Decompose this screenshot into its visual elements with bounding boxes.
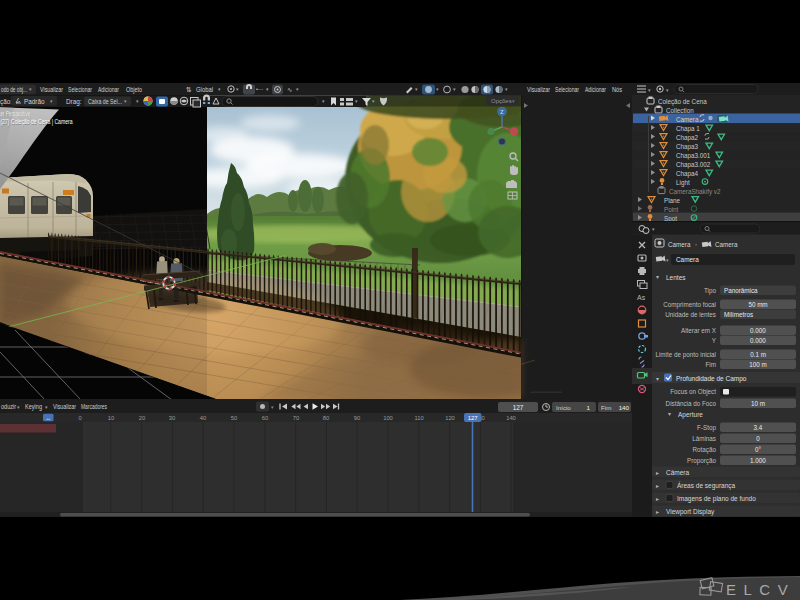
- svg-text:Visualizar: Visualizar: [527, 86, 551, 93]
- svg-text:▾: ▾: [656, 376, 659, 382]
- svg-text:∿: ∿: [287, 86, 292, 93]
- svg-text:Fim: Fim: [601, 404, 611, 411]
- svg-text:Chapa3.002: Chapa3.002: [676, 161, 711, 169]
- svg-text:↔: ↔: [45, 415, 51, 421]
- svg-text:127: 127: [513, 404, 524, 411]
- svg-text:Point: Point: [664, 206, 679, 213]
- svg-text:(27) Coleção de Cena | Camera: (27) Coleção de Cena | Camera: [1, 118, 73, 126]
- svg-text:Distância do Foco: Distância do Foco: [666, 400, 717, 407]
- svg-text:Panorâmica: Panorâmica: [724, 287, 758, 294]
- svg-text:•⋯: •⋯: [256, 86, 263, 92]
- svg-text:90: 90: [354, 415, 360, 421]
- svg-text:▾: ▾: [668, 411, 671, 417]
- svg-text:Selecionar: Selecionar: [555, 86, 580, 93]
- svg-text:0.1 m: 0.1 m: [750, 351, 766, 358]
- svg-text:▸: ▸: [656, 509, 659, 515]
- svg-text:Chapa 1: Chapa 1: [676, 125, 700, 133]
- svg-text:Coleção de Cena: Coleção de Cena: [658, 98, 707, 106]
- svg-text:Rotação: Rotação: [693, 446, 717, 454]
- svg-text:Proporção: Proporção: [687, 457, 717, 465]
- svg-text:10: 10: [108, 415, 114, 421]
- svg-text:▾: ▾: [656, 274, 659, 280]
- svg-text:70: 70: [293, 415, 299, 421]
- svg-text:Collection: Collection: [666, 107, 694, 114]
- svg-text:Caixa de Sel...: Caixa de Sel...: [88, 98, 122, 105]
- svg-text:0: 0: [756, 435, 760, 442]
- svg-text:80: 80: [323, 415, 329, 421]
- svg-text:Camera: Camera: [676, 116, 699, 123]
- svg-text:Viewport Display: Viewport Display: [666, 508, 715, 516]
- svg-text:Comprimento focal: Comprimento focal: [663, 301, 716, 309]
- svg-text:Objeto: Objeto: [126, 86, 142, 94]
- svg-text:Tipo: Tipo: [704, 287, 717, 295]
- svg-text:Padrão: Padrão: [24, 98, 45, 105]
- svg-text:Áreas de segurança: Áreas de segurança: [677, 481, 736, 490]
- svg-text:1.000: 1.000: [750, 457, 766, 464]
- svg-text:Nós: Nós: [612, 86, 622, 93]
- svg-text:40: 40: [200, 415, 206, 421]
- svg-text:ELCV: ELCV: [726, 581, 795, 598]
- svg-text:Câmera: Câmera: [666, 469, 690, 476]
- svg-text:Profundidade de Campo: Profundidade de Campo: [676, 375, 747, 383]
- svg-text:50: 50: [231, 415, 237, 421]
- svg-text:Global: Global: [196, 86, 213, 93]
- svg-text:Milímetros: Milímetros: [724, 311, 753, 318]
- svg-text:140: 140: [619, 404, 630, 411]
- svg-text:0.000: 0.000: [750, 327, 766, 334]
- svg-text:Limite de ponto inicial: Limite de ponto inicial: [655, 351, 716, 359]
- svg-text:odo de obj...: odo de obj...: [1, 86, 27, 94]
- svg-text:▸: ▸: [656, 470, 659, 476]
- svg-text:ção:: ção:: [0, 98, 12, 106]
- svg-text:0.000: 0.000: [750, 337, 766, 344]
- svg-text:Imagens de plano de fundo: Imagens de plano de fundo: [677, 495, 756, 503]
- svg-text:Chapa2: Chapa2: [676, 134, 699, 142]
- svg-text:Alterar em X: Alterar em X: [681, 327, 717, 334]
- svg-text:110: 110: [414, 415, 423, 421]
- svg-text:CameraShakify v2: CameraShakify v2: [669, 188, 721, 196]
- svg-text:er Perspective: er Perspective: [1, 110, 31, 118]
- svg-text:›: ›: [695, 241, 697, 247]
- svg-text:50 mm: 50 mm: [748, 301, 767, 308]
- svg-text:Light: Light: [676, 179, 690, 187]
- svg-text:Plane: Plane: [664, 197, 681, 204]
- svg-text:F-Stop: F-Stop: [697, 424, 716, 432]
- svg-text:Drag:: Drag:: [66, 98, 82, 106]
- svg-text:100: 100: [383, 415, 393, 421]
- svg-text:Adicionar: Adicionar: [98, 86, 120, 93]
- svg-text:▸: ▸: [656, 496, 659, 502]
- svg-text:3.4: 3.4: [754, 424, 763, 431]
- svg-text:Fim: Fim: [706, 361, 717, 368]
- svg-text:Adicionar: Adicionar: [585, 86, 607, 93]
- svg-text:Focus on Object: Focus on Object: [670, 388, 716, 396]
- svg-text:30: 30: [169, 415, 175, 421]
- svg-text:Camera: Camera: [668, 241, 691, 248]
- svg-text:20: 20: [139, 415, 145, 421]
- svg-text:Aperture: Aperture: [678, 411, 703, 419]
- svg-text:Visualizar: Visualizar: [40, 86, 64, 93]
- svg-text:As: As: [637, 294, 646, 301]
- svg-text:Início: Início: [556, 404, 571, 411]
- svg-text:60: 60: [262, 415, 268, 421]
- svg-text:Chapa3.001: Chapa3.001: [676, 152, 711, 160]
- svg-text:oduzir: oduzir: [1, 403, 17, 410]
- svg-text:Lentes: Lentes: [666, 274, 686, 281]
- svg-text:Camera: Camera: [715, 241, 738, 248]
- svg-text:⇅: ⇅: [186, 86, 192, 93]
- svg-text:120: 120: [445, 415, 455, 421]
- svg-text:Keying: Keying: [25, 403, 42, 411]
- svg-text:Marcadores: Marcadores: [81, 403, 107, 410]
- svg-text:Chapa3: Chapa3: [676, 143, 699, 151]
- svg-text:▸: ▸: [656, 483, 659, 489]
- svg-text:1: 1: [587, 404, 591, 411]
- svg-text:127: 127: [468, 415, 479, 421]
- svg-text:10 m: 10 m: [751, 400, 765, 407]
- svg-text:0: 0: [78, 415, 81, 421]
- svg-text:100 m: 100 m: [749, 361, 767, 368]
- svg-text:Chapa4: Chapa4: [676, 170, 699, 178]
- svg-text:Lâminas: Lâminas: [692, 435, 716, 442]
- svg-text:Selecionar: Selecionar: [68, 86, 93, 93]
- svg-text:Visualizar: Visualizar: [53, 403, 77, 410]
- svg-text:Camera: Camera: [676, 256, 699, 263]
- svg-text:140: 140: [506, 415, 516, 421]
- svg-text:Unidade de lentes: Unidade de lentes: [665, 311, 716, 318]
